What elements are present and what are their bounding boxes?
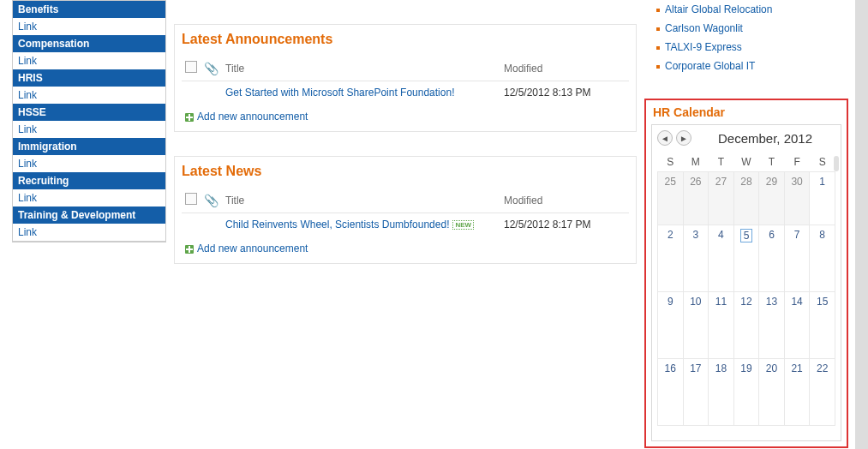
right-link-item[interactable]: Altair Global Relocation (648, 0, 836, 19)
calendar-day[interactable]: 22 (810, 359, 835, 426)
modified-cell: 12/5/2012 8:17 PM (500, 213, 629, 236)
col-title[interactable]: Title (222, 188, 500, 213)
nav-link[interactable]: Link (13, 224, 165, 241)
announcement-link[interactable]: Get Started with Microsoft SharePoint Fo… (225, 87, 454, 99)
hr-calendar-panel: HR Calendar ◄ ► December, 2012 SMTWTFS 2… (644, 99, 848, 448)
calendar-day[interactable]: 7 (784, 225, 810, 292)
calendar-day[interactable]: 5 (733, 225, 759, 292)
calendar-day[interactable]: 19 (733, 359, 759, 426)
col-modified[interactable]: Modified (500, 188, 629, 213)
bullet-icon (656, 27, 660, 31)
calendar-day[interactable]: 12 (733, 292, 759, 359)
calendar-day[interactable]: 2 (658, 225, 684, 292)
select-all-checkbox[interactable] (185, 61, 197, 73)
announcements-table: 📎 Title Modified Get Started with Micros… (182, 56, 629, 104)
nav-link[interactable]: Link (13, 18, 165, 35)
calendar-day[interactable]: 6 (759, 225, 785, 292)
nav-header[interactable]: Benefits (13, 1, 165, 18)
right-grey-strip (855, 0, 868, 449)
next-month-button[interactable]: ► (676, 130, 691, 146)
calendar-day[interactable]: 29 (759, 172, 785, 225)
calendar-day[interactable]: 20 (759, 359, 785, 426)
table-row: Get Started with Microsoft SharePoint Fo… (182, 81, 629, 105)
right-link-item[interactable]: Carlson Wagonlit (648, 19, 836, 38)
calendar-day[interactable]: 4 (709, 225, 734, 292)
bullet-icon (656, 46, 660, 50)
scrollbar-thumb[interactable] (834, 156, 839, 171)
plus-icon (185, 245, 194, 254)
nav-header[interactable]: HSSE (13, 104, 165, 121)
nav-link[interactable]: Link (13, 87, 165, 104)
calendar-day[interactable]: 25 (658, 172, 684, 225)
calendar-day[interactable]: 28 (733, 172, 759, 225)
col-modified[interactable]: Modified (500, 56, 629, 81)
calendar-day[interactable]: 17 (683, 359, 709, 426)
add-announcement-link[interactable]: Add new announcement (182, 104, 629, 123)
nav-header[interactable]: Recruiting (13, 172, 165, 189)
announcements-panel: Latest Announcements 📎 Title Modified Ge… (174, 24, 637, 132)
nav-link[interactable]: Link (13, 121, 165, 138)
new-badge: NEW (452, 220, 474, 230)
nav-link[interactable]: Link (13, 189, 165, 207)
nav-link[interactable]: Link (13, 52, 165, 69)
calendar-day[interactable]: 30 (784, 172, 810, 225)
dow-header: T (709, 153, 734, 172)
calendar-day[interactable]: 10 (683, 292, 709, 359)
nav-header[interactable]: Immigration (13, 138, 165, 155)
calendar-day[interactable]: 14 (784, 292, 810, 359)
right-link-item[interactable]: TALXI-9 Express (648, 38, 836, 57)
calendar-day[interactable]: 1 (810, 172, 835, 225)
dow-header: F (784, 153, 810, 172)
col-title[interactable]: Title (222, 56, 500, 81)
bullet-icon (656, 9, 660, 12)
dow-header: M (683, 153, 709, 172)
table-row: Child Reinvents Wheel, Scientists Dumbfo… (182, 213, 629, 236)
calendar-title: HR Calendar (651, 105, 841, 124)
dow-header: W (733, 153, 759, 172)
calendar-day[interactable]: 15 (810, 292, 835, 359)
calendar-day[interactable]: 8 (810, 225, 835, 292)
calendar-month-label: December, 2012 (695, 131, 835, 146)
right-link-item[interactable]: Corporate Global IT (648, 57, 836, 75)
calendar-day[interactable]: 13 (759, 292, 785, 359)
plus-icon (185, 113, 194, 122)
calendar-day[interactable]: 21 (784, 359, 810, 426)
prev-month-button[interactable]: ◄ (657, 130, 673, 146)
news-panel: Latest News 📎 Title Modified Child Reinv… (174, 156, 637, 264)
calendar-day[interactable]: 3 (683, 225, 709, 292)
news-link[interactable]: Child Reinvents Wheel, Scientists Dumbfo… (225, 219, 449, 230)
nav-link[interactable]: Link (13, 155, 165, 172)
select-all-checkbox[interactable] (185, 193, 197, 205)
calendar-day[interactable]: 9 (658, 292, 684, 359)
calendar-day[interactable]: 16 (658, 359, 684, 426)
dow-header: S (810, 153, 835, 172)
modified-cell: 12/5/2012 8:13 PM (500, 81, 629, 105)
right-links-list: Altair Global RelocationCarlson Wagonlit… (648, 0, 836, 75)
announcements-title: Latest Announcements (182, 25, 629, 56)
calendar-day[interactable]: 26 (683, 172, 709, 225)
calendar-grid: SMTWTFS 25262728293012345678910111213141… (657, 153, 835, 426)
news-title: Latest News (182, 157, 629, 188)
attachment-icon: 📎 (204, 194, 218, 207)
calendar-day[interactable]: 11 (709, 292, 734, 359)
attachment-icon: 📎 (204, 62, 218, 75)
nav-header[interactable]: Training & Development (13, 207, 165, 224)
calendar-day[interactable]: 27 (709, 172, 734, 225)
left-nav: BenefitsLinkCompensationLinkHRISLinkHSSE… (12, 0, 166, 242)
dow-header: S (658, 153, 684, 172)
bullet-icon (656, 65, 660, 69)
dow-header: T (759, 153, 785, 172)
add-news-link[interactable]: Add new announcement (182, 236, 629, 254)
nav-header[interactable]: Compensation (13, 35, 165, 52)
news-table: 📎 Title Modified Child Reinvents Wheel, … (182, 188, 629, 236)
nav-header[interactable]: HRIS (13, 69, 165, 87)
calendar-day[interactable]: 18 (709, 359, 734, 426)
